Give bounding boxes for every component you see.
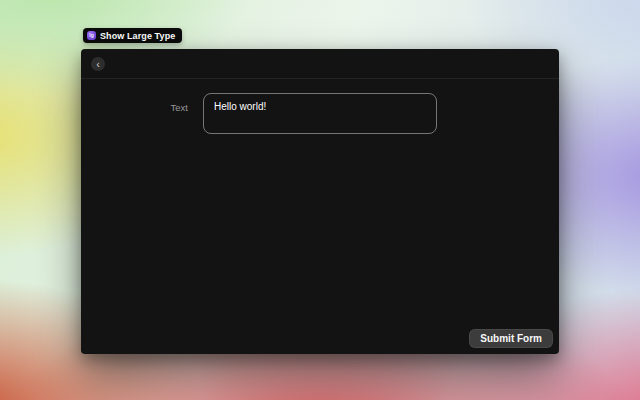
submit-form-button[interactable]: Submit Form xyxy=(469,329,553,348)
chevron-left-icon: ‹ xyxy=(96,58,100,70)
large-type-extension-icon: lg xyxy=(87,31,96,40)
text-field-label: Text xyxy=(81,93,188,134)
back-button[interactable]: ‹ xyxy=(91,57,105,71)
desktop-background: lg Show Large Type ‹ Text Hello world! S… xyxy=(0,0,640,400)
form-row: Text Hello world! xyxy=(81,93,559,134)
window-header: ‹ xyxy=(81,49,559,79)
text-input[interactable]: Hello world! xyxy=(203,93,437,134)
show-large-type-badge: lg Show Large Type xyxy=(83,28,182,43)
raycast-window: ‹ Text Hello world! Submit Form xyxy=(81,49,559,354)
badge-label: Show Large Type xyxy=(100,31,175,41)
